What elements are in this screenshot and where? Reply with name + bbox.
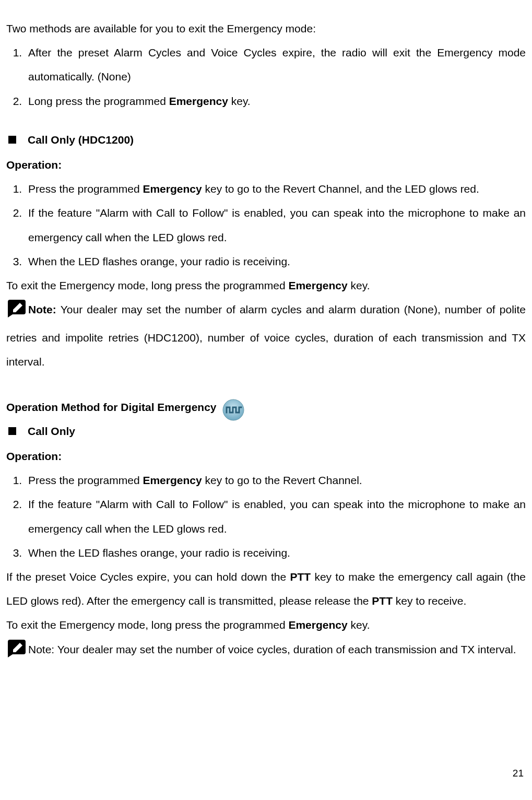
intro-paragraph: Two methods are available for you to exi…	[6, 17, 526, 41]
section-bullet: Call Only	[6, 419, 526, 443]
note-icon	[6, 640, 27, 666]
operation-label: Operation:	[6, 444, 526, 468]
text: Press the programmed	[28, 183, 143, 195]
note-label: Note:	[28, 303, 61, 315]
text: If the preset Voice Cycles expire, you c…	[6, 571, 290, 583]
text: To exit the Emergency mode, long press t…	[6, 619, 288, 631]
digital-signal-icon	[222, 398, 245, 421]
section-bullet: Call Only (HDC1200)	[6, 128, 526, 152]
section-title: Call Only	[28, 419, 75, 443]
operation-label: Operation:	[6, 153, 526, 177]
text: key.	[228, 95, 251, 107]
text: When the LED flashes orange, your radio …	[28, 547, 290, 559]
text: key to go to the Revert Channel, and the…	[202, 183, 479, 195]
note-paragraph: Note: Your dealer may set the number of …	[6, 298, 526, 374]
bold-text: PTT	[290, 571, 311, 583]
text: key.	[348, 619, 370, 631]
list-item: Press the programmed Emergency key to go…	[25, 177, 526, 201]
list-item: Long press the programmed Emergency key.	[25, 89, 526, 113]
bold-text: Emergency	[143, 183, 202, 195]
list-item: After the preset Alarm Cycles and Voice …	[25, 41, 526, 89]
text: Long press the programmed	[28, 95, 169, 107]
text: After the preset Alarm Cycles and Voice …	[28, 46, 526, 83]
operation-list: Press the programmed Emergency key to go…	[6, 468, 526, 565]
note-text: Note: Your dealer may set the number of …	[28, 643, 516, 655]
header-text: Operation Method for Digital Emergency	[6, 395, 217, 419]
text: If the feature "Alarm with Call to Follo…	[28, 207, 526, 243]
section-title: Call Only (HDC1200)	[28, 128, 134, 152]
bold-text: PTT	[372, 595, 393, 607]
text: To exit the Emergency mode, long press t…	[6, 279, 288, 291]
text: key to receive.	[393, 595, 466, 607]
square-bullet-icon	[8, 427, 16, 435]
exit-instruction: To exit the Emergency mode, long press t…	[6, 274, 526, 298]
text: If the feature "Alarm with Call to Follo…	[28, 498, 526, 534]
note-paragraph: Note: Your dealer may set the number of …	[6, 638, 526, 666]
exit-instruction: To exit the Emergency mode, long press t…	[6, 613, 526, 637]
exit-methods-list: After the preset Alarm Cycles and Voice …	[6, 41, 526, 113]
text: key.	[348, 279, 370, 291]
operation-list: Press the programmed Emergency key to go…	[6, 177, 526, 274]
text: When the LED flashes orange, your radio …	[28, 255, 290, 267]
page-number: 21	[513, 762, 524, 784]
note-text: Your dealer may set the number of alarm …	[6, 303, 526, 368]
ptt-paragraph: If the preset Voice Cycles expire, you c…	[6, 565, 526, 613]
square-bullet-icon	[8, 136, 16, 144]
list-item: When the LED flashes orange, your radio …	[25, 541, 526, 565]
note-icon	[6, 300, 27, 326]
bold-text: Emergency	[288, 279, 347, 291]
bold-text: Emergency	[169, 95, 228, 107]
list-item: If the feature "Alarm with Call to Follo…	[25, 492, 526, 540]
page: Two methods are available for you to exi…	[0, 0, 532, 800]
list-item: Press the programmed Emergency key to go…	[25, 468, 526, 492]
bold-text: Emergency	[288, 619, 347, 631]
bold-text: Emergency	[143, 474, 202, 486]
text: key to go to the Revert Channel.	[202, 474, 362, 486]
text: Press the programmed	[28, 474, 143, 486]
digital-section-header: Operation Method for Digital Emergency	[6, 395, 526, 419]
list-item: If the feature "Alarm with Call to Follo…	[25, 201, 526, 249]
list-item: When the LED flashes orange, your radio …	[25, 250, 526, 274]
